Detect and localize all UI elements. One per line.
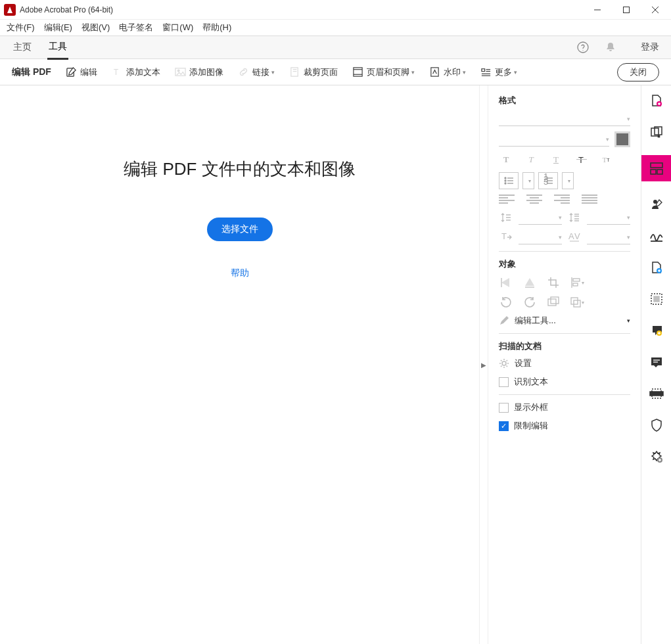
tool-edit-pdf-icon[interactable] <box>641 155 672 181</box>
line-spacing-dropdown[interactable]: ▾ <box>519 210 562 225</box>
restrict-edit-checkbox[interactable]: 限制编辑 <box>499 420 630 432</box>
bullet-list-button[interactable] <box>499 172 519 189</box>
char-spacing-icon: AV <box>567 230 582 244</box>
tab-home[interactable]: 主页 <box>12 36 33 58</box>
svg-rect-38 <box>573 279 580 281</box>
close-button[interactable] <box>641 0 670 20</box>
tool-create-pdf-icon[interactable] <box>648 92 665 109</box>
menu-window[interactable]: 窗口(W) <box>162 22 193 34</box>
svg-rect-43 <box>574 300 580 307</box>
svg-rect-61 <box>650 392 663 396</box>
align-justify-icon[interactable] <box>582 193 597 205</box>
header-footer-button[interactable]: 页眉和页脚▾ <box>352 66 415 78</box>
tool-more-icon[interactable] <box>648 448 665 465</box>
svg-point-5 <box>582 50 583 51</box>
svg-rect-40 <box>548 299 556 306</box>
tool-combine-icon[interactable] <box>648 124 665 141</box>
font-size-dropdown[interactable]: ▾ <box>499 132 609 147</box>
tool-organize-icon[interactable] <box>648 290 665 308</box>
menu-help[interactable]: 帮助(H) <box>202 22 231 34</box>
svg-rect-11 <box>354 68 362 76</box>
menu-esign[interactable]: 电子签名 <box>119 22 153 34</box>
bell-icon[interactable] <box>604 41 617 54</box>
number-list-dropdown[interactable]: ▾ <box>562 172 574 189</box>
svg-text:A: A <box>568 231 574 241</box>
italic-icon[interactable]: T <box>524 152 538 167</box>
svg-rect-42 <box>571 298 578 304</box>
edit-button[interactable]: 编辑 <box>66 66 97 78</box>
crop-button[interactable]: 裁剪页面 <box>289 66 338 78</box>
minimize-button[interactable] <box>583 0 612 20</box>
menu-edit[interactable]: 编辑(E) <box>44 22 72 34</box>
login-button[interactable]: 登录 <box>641 41 659 53</box>
crop-icon[interactable] <box>546 275 561 290</box>
replace-image-icon[interactable] <box>546 295 561 310</box>
ocr-checkbox[interactable]: 识别文本 <box>499 376 630 388</box>
bold-icon[interactable]: T <box>499 152 513 167</box>
svg-rect-1 <box>624 7 630 12</box>
window-title: Adobe Acrobat Pro (64-bit) <box>20 5 583 14</box>
strikethrough-icon[interactable]: T <box>574 152 588 167</box>
menu-bar: 文件(F) 编辑(E) 视图(V) 电子签名 窗口(W) 帮助(H) <box>0 20 671 35</box>
svg-rect-57 <box>651 357 662 365</box>
underline-icon[interactable]: T <box>549 152 563 167</box>
link-button[interactable]: 链接▾ <box>238 66 275 78</box>
flip-horizontal-icon[interactable] <box>522 275 537 290</box>
color-swatch[interactable] <box>614 131 630 147</box>
align-center-icon[interactable] <box>526 193 542 205</box>
menu-file[interactable]: 文件(F) <box>7 22 35 34</box>
font-family-dropdown[interactable]: ▾ <box>499 112 630 126</box>
arrange-icon[interactable]: ▾ <box>570 295 584 310</box>
scanned-section-title: 扫描的文档 <box>499 340 630 352</box>
svg-rect-10 <box>291 68 298 76</box>
svg-text:V: V <box>574 231 580 241</box>
tool-stamp-icon[interactable] <box>648 354 665 371</box>
select-file-button[interactable]: 选择文件 <box>207 218 273 241</box>
tool-comment-icon[interactable] <box>648 322 665 339</box>
tool-fill-sign-icon[interactable] <box>648 227 665 244</box>
horizontal-scale-icon: T <box>499 230 513 244</box>
object-section-title: 对象 <box>499 258 630 270</box>
tool-redact-icon[interactable] <box>648 385 665 402</box>
number-list-button[interactable]: 123 <box>538 172 558 189</box>
svg-point-44 <box>502 361 506 365</box>
svg-point-22 <box>505 180 506 181</box>
svg-point-20 <box>505 177 506 179</box>
svg-rect-50 <box>657 170 662 174</box>
horizontal-scale-dropdown[interactable]: ▾ <box>519 230 562 244</box>
align-left-icon[interactable] <box>499 193 515 205</box>
svg-point-9 <box>177 70 179 72</box>
add-image-button[interactable]: 添加图像 <box>175 66 223 78</box>
svg-rect-55 <box>654 296 659 302</box>
align-objects-icon[interactable]: ▾ <box>570 275 584 290</box>
close-tool-button[interactable]: 关闭 <box>617 63 659 81</box>
rotate-ccw-icon[interactable] <box>499 295 513 310</box>
tool-sign-icon[interactable] <box>648 196 665 213</box>
tool-protect-icon[interactable] <box>648 417 665 434</box>
tool-export-icon[interactable] <box>648 259 665 276</box>
svg-rect-41 <box>551 297 559 304</box>
svg-rect-48 <box>651 163 662 168</box>
paragraph-spacing-dropdown[interactable]: ▾ <box>587 210 630 225</box>
svg-text:T: T <box>501 231 507 241</box>
collapse-handle[interactable]: ▶ <box>479 85 488 644</box>
bullet-list-dropdown[interactable]: ▾ <box>522 172 534 189</box>
scan-settings-button[interactable]: 设置 <box>499 357 630 369</box>
add-text-button[interactable]: T添加文本 <box>112 66 160 78</box>
help-link[interactable]: 帮助 <box>231 267 249 279</box>
menu-view[interactable]: 视图(V) <box>81 22 110 34</box>
more-button[interactable]: 更多▾ <box>480 66 517 78</box>
char-spacing-dropdown[interactable]: ▾ <box>587 230 630 244</box>
flip-vertical-icon[interactable] <box>499 275 513 290</box>
watermark-button[interactable]: 水印▾ <box>429 66 466 78</box>
tab-tools[interactable]: 工具 <box>47 35 68 60</box>
align-right-icon[interactable] <box>554 193 570 205</box>
superscript-icon[interactable]: TT <box>599 152 613 167</box>
edit-tool-dropdown[interactable]: 编辑工具... ▾ <box>499 315 630 327</box>
show-outline-checkbox[interactable]: 显示外框 <box>499 402 630 413</box>
help-icon[interactable] <box>576 41 590 54</box>
rotate-cw-icon[interactable] <box>522 295 537 310</box>
svg-rect-49 <box>651 170 656 174</box>
maximize-button[interactable] <box>612 0 641 20</box>
line-spacing-icon <box>499 210 513 225</box>
